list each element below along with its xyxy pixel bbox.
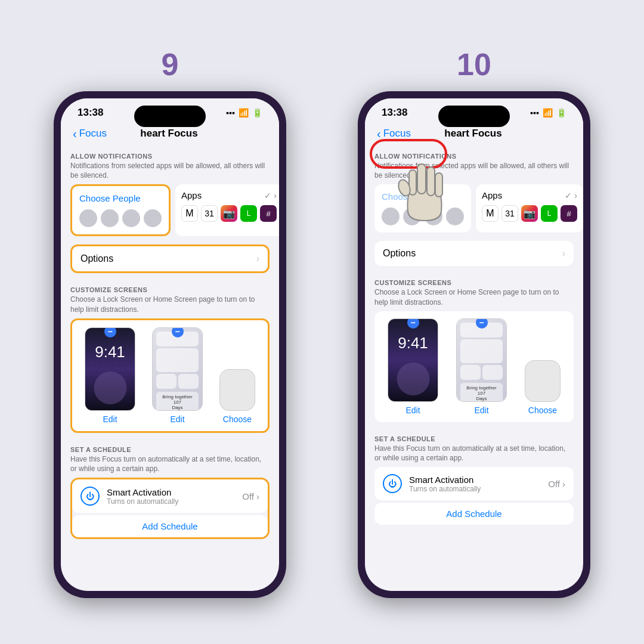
choose-people-title-9[interactable]: Choose People	[79, 193, 162, 203]
customize-desc-9: Choose a Lock Screen or Home Screen page…	[70, 295, 270, 315]
avatar-2-10	[403, 208, 421, 225]
choose-watch-label-10[interactable]: Choose	[528, 405, 557, 415]
allow-notif-section-9: ALLOW NOTIFICATIONS Notifications from s…	[70, 148, 270, 237]
apps-check-9: ✓ ›	[264, 191, 277, 200]
gmail-icon-10: M	[482, 205, 499, 222]
watch-item-9: Choose	[219, 369, 255, 424]
smart-act-chevron-10: ›	[562, 479, 565, 489]
add-schedule-wrapper-9: ⏻ Smart Activation Turns on automaticall…	[70, 478, 270, 539]
screen-previews-10: − 9:41 Edit	[382, 318, 566, 415]
customize-section-10: CUSTOMIZE SCREENS Choose a Lock Screen o…	[374, 274, 574, 422]
watch-frame-9	[219, 369, 255, 411]
choose-watch-label-9[interactable]: Choose	[223, 414, 252, 424]
avatar-2-9	[101, 209, 119, 227]
step-number-9: 9	[162, 47, 179, 82]
avatar-row-9	[79, 209, 162, 227]
moon-preview-10: 9:41	[388, 319, 438, 401]
app-icons-row-10: M 31 📷 L #	[482, 205, 577, 222]
apps-card-10[interactable]: Apps ✓ › M 31 📷 L #	[476, 184, 583, 233]
add-schedule-wrapper-10: ⏻ Smart Activation Turns on automaticall…	[374, 467, 574, 525]
edit-home-label-9[interactable]: Edit	[170, 414, 184, 424]
status-time-9: 13:38	[78, 107, 103, 119]
screen-content-10: ALLOW NOTIFICATIONS Notifications from s…	[365, 148, 583, 591]
step-10: 10	[358, 47, 590, 598]
lockscreen-frame-10: − 9:41	[388, 318, 438, 402]
back-button-9[interactable]: ‹ Focus	[73, 127, 107, 141]
step-9: 9 13:38 ▪▪▪ 📶 🔋 ‹ Focus he	[54, 47, 286, 598]
apps-card-9[interactable]: Apps ✓ › M 31 📷 L #	[175, 184, 279, 236]
status-icons-9: ▪▪▪ 📶 🔋	[226, 108, 262, 117]
battery-icon-9: 🔋	[252, 108, 262, 117]
choose-people-title-10[interactable]: Choose P...	[382, 191, 464, 202]
edit-home-label-10[interactable]: Edit	[474, 405, 488, 415]
signal-icon-9: ▪▪▪	[226, 108, 235, 117]
edit-lock-label-10[interactable]: Edit	[405, 405, 420, 415]
back-label-10[interactable]: Focus	[383, 128, 411, 140]
avatar-3-10	[425, 208, 442, 225]
status-icons-10: ▪▪▪ 📶 🔋	[530, 108, 566, 117]
screens-container-9: − 9:41 Edit	[70, 318, 270, 433]
step-number-10: 10	[457, 47, 491, 82]
homescreen-frame-9: − Bring together107Days	[152, 327, 203, 411]
avatar-1-9	[79, 209, 97, 227]
home-preview-9: Bring together107Days	[153, 328, 202, 410]
smart-act-info-10: Smart Activation Turns on automatically	[409, 475, 541, 493]
schedule-section-9: SET A SCHEDULE Have this Focus turn on a…	[70, 441, 270, 540]
customize-section-9: CUSTOMIZE SCREENS Choose a Lock Screen o…	[70, 281, 270, 433]
edit-lock-label-9[interactable]: Edit	[103, 414, 117, 424]
avatar-row-10	[382, 208, 464, 225]
smart-act-off-10: Off ›	[548, 479, 565, 489]
watch-item-10: Choose	[525, 360, 561, 415]
avatar-4-9	[144, 209, 162, 227]
signal-icon-10: ▪▪▪	[530, 108, 539, 117]
avatar-1-10	[382, 208, 400, 225]
back-chevron-9: ‹	[73, 127, 77, 141]
dynamic-island-10	[438, 106, 510, 127]
screen-previews-9: − 9:41 Edit	[79, 327, 261, 424]
options-label-10: Options	[383, 248, 416, 259]
smart-act-card-10[interactable]: ⏻ Smart Activation Turns on automaticall…	[374, 467, 574, 500]
lockscreen-item-9: − 9:41 Edit	[85, 327, 135, 424]
add-schedule-btn-9[interactable]: Add Schedule	[72, 515, 268, 537]
avatar-3-9	[122, 209, 140, 227]
instagram-icon-9: 📷	[221, 205, 237, 222]
nav-title-9: heart Focus	[140, 128, 233, 140]
apps-title-9: Apps	[181, 190, 202, 200]
cal-icon-9: 31	[201, 205, 218, 222]
cal-icon-10: 31	[501, 205, 518, 222]
back-button-10[interactable]: ‹ Focus	[377, 127, 411, 141]
choose-people-card-10[interactable]: Choose P...	[374, 184, 471, 233]
allow-notif-header-10: ALLOW NOTIFICATIONS	[374, 153, 574, 160]
choose-people-card-9[interactable]: Choose People	[70, 184, 171, 236]
app-icons-row-9: M 31 📷 L #	[181, 205, 277, 222]
allow-notif-section-10: ALLOW NOTIFICATIONS Notifications from s…	[374, 148, 574, 233]
options-card-9[interactable]: Options ›	[70, 244, 270, 273]
options-card-10[interactable]: Options ›	[374, 241, 574, 266]
slack-icon-9: #	[260, 205, 277, 222]
main-container: 9 13:38 ▪▪▪ 📶 🔋 ‹ Focus he	[0, 0, 644, 644]
allow-notif-header-9: ALLOW NOTIFICATIONS	[70, 153, 270, 160]
avatar-4-10	[446, 208, 464, 225]
smart-act-title-9: Smart Activation	[107, 487, 235, 497]
instagram-icon-10: 📷	[521, 205, 538, 222]
schedule-section-10: SET A SCHEDULE Have this Focus turn on a…	[374, 431, 574, 525]
lockscreen-frame-9: − 9:41	[85, 327, 135, 411]
schedule-header-9: SET A SCHEDULE	[70, 446, 270, 453]
apps-card-header-10: Apps ✓ ›	[482, 190, 577, 200]
smart-act-sub-9: Turns on automatically	[107, 497, 235, 506]
add-schedule-btn-10[interactable]: Add Schedule	[374, 503, 574, 525]
options-chevron-9: ›	[256, 253, 259, 264]
notif-cards-9: Choose People Apps	[70, 184, 270, 236]
smart-act-chevron-9: ›	[256, 491, 259, 501]
smart-act-card-9[interactable]: ⏻ Smart Activation Turns on automaticall…	[72, 479, 268, 513]
smart-act-sub-10: Turns on automatically	[409, 485, 541, 493]
phone-10: 13:38 ▪▪▪ 📶 🔋 ‹ Focus heart Focus	[358, 91, 590, 598]
apps-card-header-9: Apps ✓ ›	[181, 190, 277, 200]
wifi-icon-9: 📶	[239, 108, 249, 117]
back-label-9[interactable]: Focus	[79, 128, 107, 140]
status-time-10: 13:38	[382, 107, 407, 119]
moon-preview-9: 9:41	[85, 328, 135, 410]
screens-container-10: − 9:41 Edit	[374, 311, 574, 422]
schedule-desc-9: Have this Focus turn on automatically at…	[70, 454, 270, 475]
screen-content-9: ALLOW NOTIFICATIONS Notifications from s…	[61, 148, 279, 591]
